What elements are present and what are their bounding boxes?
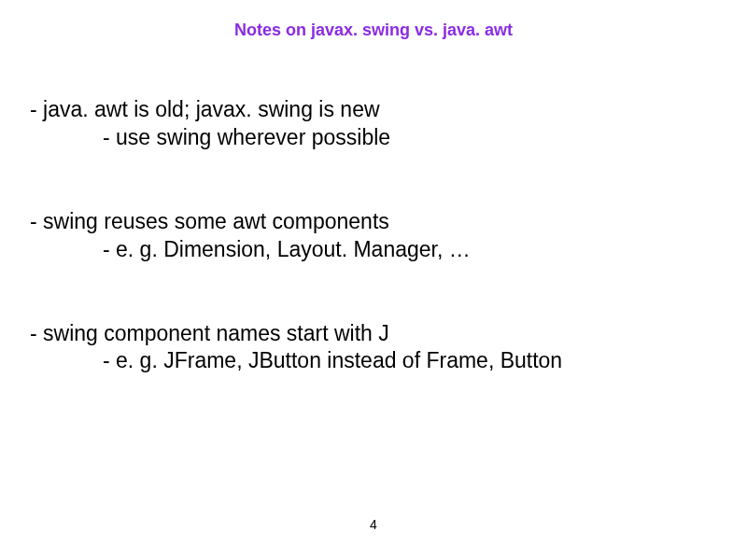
bullet-main: - swing reuses some awt components: [30, 208, 717, 236]
bullet-main: - java. awt is old; javax. swing is new: [30, 96, 717, 124]
bullet-sub: - e. g. JFrame, JButton instead of Frame…: [30, 347, 717, 375]
bullet-sub: - e. g. Dimension, Layout. Manager, …: [30, 236, 717, 264]
page-number: 4: [0, 517, 747, 532]
slide-content: - java. awt is old; javax. swing is new …: [0, 96, 747, 375]
slide-title: Notes on javax. swing vs. java. awt: [0, 0, 747, 40]
bullet-main: - swing component names start with J: [30, 320, 717, 348]
bullet-sub: - use swing wherever possible: [30, 124, 717, 152]
